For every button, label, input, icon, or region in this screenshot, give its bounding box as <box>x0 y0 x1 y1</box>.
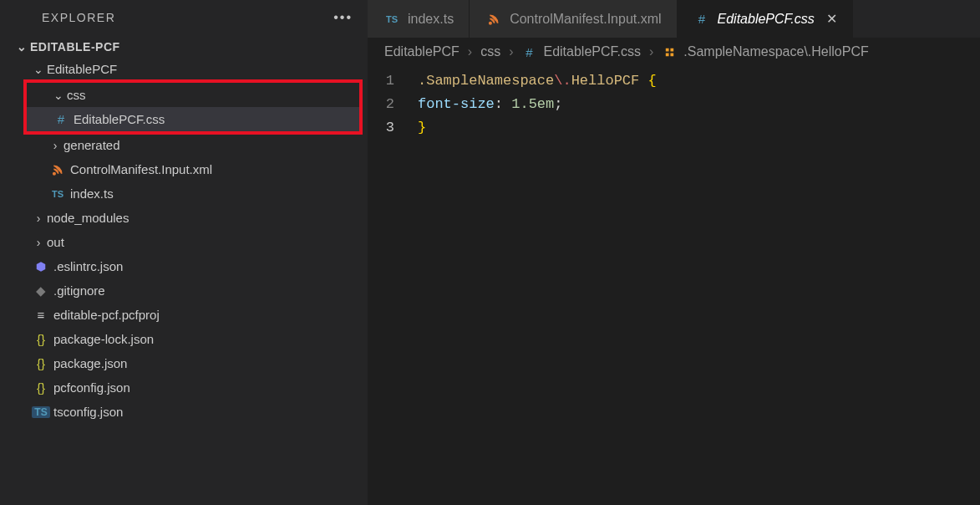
xml-file-icon <box>48 164 67 176</box>
file-label: package-lock.json <box>53 332 154 346</box>
css-file-icon: # <box>52 112 70 126</box>
chevron-right-icon: › <box>649 44 653 59</box>
breadcrumb-segment[interactable]: EditablePCF <box>384 44 460 59</box>
tree-folder-generated[interactable]: › generated <box>0 133 368 157</box>
chevron-right-icon: › <box>32 212 45 225</box>
breadcrumb-segment[interactable]: EditablePCF.css <box>543 44 641 59</box>
chevron-down-icon: ⌄ <box>15 40 28 54</box>
eslint-file-icon <box>32 261 50 273</box>
tree-file-package-lock[interactable]: {} package-lock.json <box>0 327 368 351</box>
code-editor[interactable]: 1 2 3 .SampleNamespace\.HelloPCF { font-… <box>368 66 980 140</box>
svg-marker-0 <box>37 262 46 272</box>
highlighted-region: ⌄ css # EditablePCF.css <box>23 79 363 135</box>
tab-editablepcf-css[interactable]: # EditablePCF.css ✕ <box>678 0 853 38</box>
file-label: ControlManifest.Input.xml <box>70 162 212 176</box>
css-file-icon: # <box>521 45 536 59</box>
project-section-header[interactable]: ⌄ EDITABLE-PCF <box>0 37 368 57</box>
line-number: 2 <box>368 93 394 116</box>
code-line: font-size: 1.5em; <box>418 93 657 116</box>
folder-label: node_modules <box>47 211 129 225</box>
chevron-right-icon: › <box>468 44 472 59</box>
breadcrumb[interactable]: EditablePCF › css › # EditablePCF.css › … <box>368 38 980 66</box>
explorer-sidebar: EXPLORER ••• ⌄ EDITABLE-PCF ⌄ EditablePC… <box>0 0 368 505</box>
file-label: .eslintrc.json <box>53 259 123 273</box>
tree-file-editablepcf-css[interactable]: # EditablePCF.css <box>27 107 359 131</box>
file-label: package.json <box>53 356 127 370</box>
file-label: pcfconfig.json <box>53 380 130 395</box>
tab-label: index.ts <box>408 12 454 27</box>
tree-folder-css[interactable]: ⌄ css <box>27 83 359 107</box>
json-file-icon: {} <box>32 380 50 395</box>
breadcrumb-segment[interactable]: .SampleNamespace\.HelloPCF <box>683 44 868 59</box>
breadcrumb-segment[interactable]: css <box>480 44 500 59</box>
chevron-down-icon: ⌄ <box>32 63 45 76</box>
editor-area: TS index.ts ControlManifest.Input.xml # … <box>368 0 980 505</box>
code-content[interactable]: .SampleNamespace\.HelloPCF { font-size: … <box>418 69 657 140</box>
chevron-right-icon: › <box>48 139 62 152</box>
tab-label: ControlManifest.Input.xml <box>510 12 661 27</box>
folder-label: generated <box>63 138 120 152</box>
typescript-file-icon: TS <box>48 189 67 199</box>
code-line: .SampleNamespace\.HelloPCF { <box>418 69 657 93</box>
close-icon[interactable]: ✕ <box>826 11 837 27</box>
json-file-icon: {} <box>32 332 50 346</box>
file-label: tsconfig.json <box>53 405 123 419</box>
tree-file-manifest[interactable]: ControlManifest.Input.xml <box>0 157 368 181</box>
file-tree: ⌄ EditablePCF ⌄ css # EditablePCF.css › … <box>0 57 368 424</box>
gitignore-file-icon: ◆ <box>32 283 50 298</box>
chevron-right-icon: › <box>32 236 45 249</box>
typescript-file-icon: TS <box>383 14 401 24</box>
file-label: index.ts <box>70 186 114 201</box>
chevron-down-icon: ⌄ <box>52 89 65 102</box>
tree-file-pcfconfig[interactable]: {} pcfconfig.json <box>0 375 368 400</box>
folder-label: css <box>67 88 86 102</box>
symbol-icon <box>662 46 677 59</box>
tree-file-gitignore[interactable]: ◆ .gitignore <box>0 278 368 303</box>
tree-file-eslintrc[interactable]: .eslintrc.json <box>0 254 368 278</box>
line-number: 3 <box>368 116 394 140</box>
tree-file-index-ts[interactable]: TS index.ts <box>0 181 368 206</box>
tree-folder-editablepcf[interactable]: ⌄ EditablePCF <box>0 57 368 81</box>
project-file-icon: ≡ <box>32 308 50 322</box>
file-label: EditablePCF.css <box>74 112 165 126</box>
tab-label: EditablePCF.css <box>718 12 815 27</box>
tree-file-tsconfig[interactable]: TS tsconfig.json <box>0 400 368 424</box>
json-file-icon: {} <box>32 356 50 370</box>
explorer-title: EXPLORER <box>42 11 115 24</box>
tree-folder-node-modules[interactable]: › node_modules <box>0 206 368 230</box>
tab-manifest[interactable]: ControlManifest.Input.xml <box>470 0 677 38</box>
xml-file-icon <box>485 13 503 25</box>
code-line: } <box>418 116 657 140</box>
css-file-icon: # <box>693 12 711 26</box>
file-label: editable-pcf.pcfproj <box>53 308 160 322</box>
explorer-header: EXPLORER ••• <box>0 0 368 37</box>
folder-label: EditablePCF <box>47 62 117 76</box>
tree-file-pcfproj[interactable]: ≡ editable-pcf.pcfproj <box>0 303 368 327</box>
folder-label: out <box>47 235 64 249</box>
tree-file-package-json[interactable]: {} package.json <box>0 351 368 375</box>
tab-index-ts[interactable]: TS index.ts <box>368 0 470 38</box>
line-number: 1 <box>368 69 394 93</box>
project-name: EDITABLE-PCF <box>30 40 120 54</box>
tsconfig-file-icon: TS <box>32 406 50 418</box>
tree-folder-out[interactable]: › out <box>0 230 368 254</box>
editor-tabs: TS index.ts ControlManifest.Input.xml # … <box>368 0 980 38</box>
line-gutter: 1 2 3 <box>368 69 418 140</box>
more-actions-icon[interactable]: ••• <box>333 10 353 25</box>
file-label: .gitignore <box>53 283 105 298</box>
chevron-right-icon: › <box>509 44 513 59</box>
